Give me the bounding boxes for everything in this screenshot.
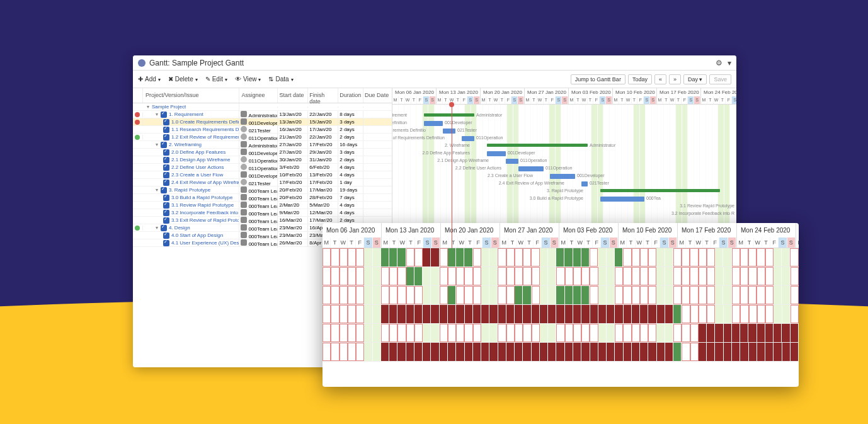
col-assignee[interactable]: Assignee [239,88,278,103]
task-icon [163,172,169,178]
overlay-day-label: S [728,238,736,248]
add-button[interactable]: ✚ Add [138,76,161,83]
cell-start: 3/Feb/20 [278,164,308,171]
task-name[interactable]: 4.0 Start of App Design [171,232,223,238]
task-name[interactable]: Sample Project [152,104,186,110]
avatar [241,194,247,200]
workload-cell [540,286,548,304]
task-name[interactable]: 2.3 Create a User Flow [171,172,223,178]
workload-cell [648,343,656,361]
toggle-icon[interactable]: ▾ [154,225,159,231]
zoom-button[interactable]: Day ▾ [683,74,707,84]
workload-cell [790,248,798,266]
cell-dur: 2 days [338,134,363,140]
status-indicator [135,112,140,117]
task-name[interactable]: 4.1 User Experience (UX) Design [171,240,239,246]
task-name[interactable]: 3.1 Review Rapid Prototype [171,202,234,208]
day-label: M [701,96,707,104]
workload-cell [615,286,623,304]
chevron-down-icon[interactable]: ▾ [728,59,731,67]
gantt-bar[interactable] [424,113,474,117]
cell-start: 13/Jan/20 [278,118,308,125]
bar-label-right: 021Tester [590,181,609,185]
workload-cell [623,248,631,266]
workload-cell [414,324,423,342]
col-due[interactable]: Due Date [363,88,392,103]
save-button[interactable]: Save [709,74,731,84]
cell-start: 30/Jan/20 [278,156,308,163]
task-name[interactable]: 1.1 Research Requirements Definiti... [171,127,239,132]
task-icon [163,210,169,216]
workload-cell [581,267,590,285]
task-icon [161,187,167,193]
task-name[interactable]: 3.0 Build a Rapid Prototype [171,195,232,200]
workload-cell [682,286,690,304]
workload-cell [607,343,615,361]
gantt-bar[interactable] [462,136,474,141]
toggle-icon[interactable]: ▾ [154,142,159,147]
task-name[interactable]: 2.2 Define User Actions [171,164,224,170]
task-name[interactable]: 1. Requirement [169,112,203,117]
today-button[interactable]: Today [628,74,652,84]
task-name[interactable]: 1.0 Create Requirements Definition [171,119,239,125]
view-button[interactable]: 👁 View [235,76,261,83]
edit-button[interactable]: ✎ Edit [205,76,227,83]
workload-cell [573,267,581,285]
data-button[interactable]: ⇅ Data [268,76,293,83]
jump-button[interactable]: Jump to Gantt Bar [571,74,625,84]
gear-icon[interactable]: ⚙ [716,59,722,67]
task-name[interactable]: 2.0 Define App Features [171,149,226,155]
prev-button[interactable]: « [654,74,666,84]
task-name[interactable]: 2.4 Exit Review of App Wireframe [171,180,239,185]
toggle-icon[interactable]: ▾ [154,187,159,193]
bar-label-left: 3.0 Build a Rapid Prototype [530,196,583,200]
task-name[interactable]: 3.2 Incorporate Feedback into Rapi... [171,210,239,215]
app-icon [138,59,146,67]
toggle-icon[interactable]: ▾ [154,112,159,117]
next-button[interactable]: » [669,74,681,84]
workload-cell [607,267,615,285]
delete-button[interactable]: ✖ Delete [168,76,198,83]
gantt-bar[interactable] [424,121,443,126]
task-name[interactable]: 3. Rapid Prototype [169,187,210,193]
overlay-week-label: M [796,223,799,238]
workload-cell [740,286,748,304]
status-indicator [135,120,140,125]
day-label: S [518,96,524,104]
gantt-bar[interactable] [506,159,518,164]
cell-finish: 5/Mar/20 [308,202,338,209]
task-name[interactable]: 1.2 Exit Review of Requirements De... [171,134,239,140]
workload-cell [448,286,456,304]
gantt-bar[interactable] [518,166,544,171]
gantt-bar[interactable] [550,174,575,179]
task-name[interactable]: 4. Design [169,225,190,231]
workload-cell [423,324,431,342]
overlay-day-label: M [737,238,745,248]
workload-cell [673,343,682,361]
col-finish[interactable]: Finish date [308,88,338,103]
col-issue[interactable]: Project/Version/Issue [143,88,239,103]
gantt-bar[interactable] [600,189,720,192]
workload-cell [323,267,331,285]
workload-cell [364,305,372,323]
workload-cell [581,305,590,323]
toggle-icon[interactable]: ▾ [146,104,151,110]
overlay-day-label: S [610,238,618,248]
task-name[interactable]: 2. Wireframing [169,142,202,147]
gantt-bar[interactable] [443,129,455,134]
gantt-bar[interactable] [600,197,644,202]
overlay-day-label: T [407,238,415,248]
task-name[interactable]: 2.1 Design App Wireframe [171,157,230,163]
workload-cell [690,305,699,323]
gantt-bar[interactable] [487,151,506,156]
day-label: S [556,96,562,104]
col-duration[interactable]: Duration [338,88,363,103]
gantt-bar[interactable] [581,181,588,186]
status-indicator [135,226,140,231]
gantt-bar[interactable] [487,144,588,147]
day-label: W [714,96,720,104]
workload-cell [665,305,673,323]
workload-cell [548,324,556,342]
task-name[interactable]: 3.3 Exit Review of Rapid Prototype [171,217,239,223]
col-start[interactable]: Start date [278,88,308,103]
